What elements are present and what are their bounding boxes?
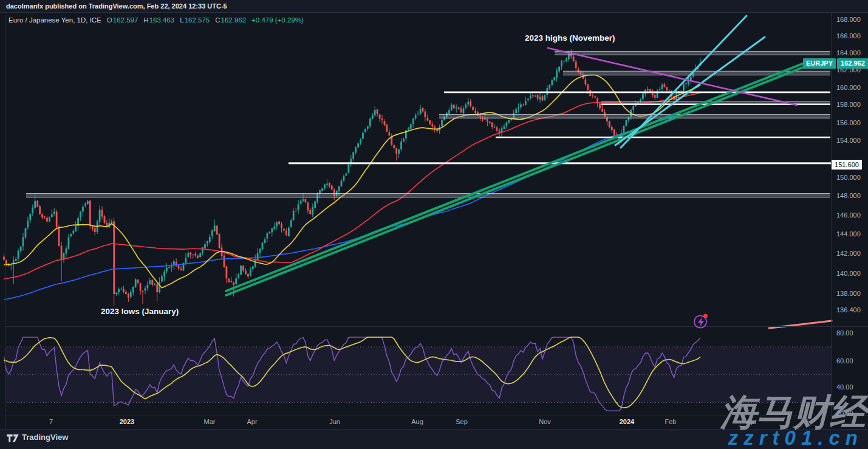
rsi-axis-label: 20.00 — [836, 410, 853, 417]
annotation-2023-lows: 2023 lows (January) — [101, 307, 179, 316]
level-151-flag: 151.600 — [832, 160, 862, 170]
rsi-axis-label: 80.00 — [836, 329, 853, 337]
price-axis-label: 158.000 — [836, 101, 861, 108]
chart-canvas[interactable] — [0, 0, 868, 449]
price-axis-label: 164.000 — [836, 49, 861, 57]
time-axis-label: 2024 — [613, 418, 640, 425]
attribution-text: dacolmanfx published on TradingView.com,… — [6, 2, 227, 10]
time-axis-label: 2023 — [114, 418, 140, 425]
time-axis-label: Mar — [196, 418, 223, 425]
time-axis-label: Apr — [239, 418, 265, 425]
price-axis-label: 156.000 — [836, 119, 861, 126]
rsi-axis-label: 60.00 — [836, 357, 853, 365]
ohlc-close: C162.962 — [215, 16, 246, 24]
tradingview-brand[interactable]: TradingView — [22, 433, 68, 442]
time-axis-label: Apr — [738, 418, 765, 425]
price-axis-label: 144.000 — [836, 230, 861, 238]
symbol-title[interactable]: Euro / Japanese Yen, 1D, ICE — [9, 16, 101, 24]
time-axis-label: Jun — [321, 418, 348, 425]
supply-zone-164[interactable] — [555, 51, 830, 55]
price-flag-symbol: EURJPY — [803, 58, 836, 69]
zone-148-1[interactable] — [26, 194, 830, 197]
time-axis-label: 7 — [38, 418, 64, 425]
price-axis-label: 142.000 — [836, 250, 861, 257]
tradingview-logo-icon[interactable] — [7, 433, 20, 444]
price-axis-label: 168.000 — [836, 16, 861, 23]
last-price-flag: EURJPY 162.962 — [803, 58, 868, 69]
price-axis-label: 150.000 — [836, 174, 861, 181]
symbol-legend[interactable]: Euro / Japanese Yen, 1D, ICE O162.597 H1… — [9, 16, 304, 24]
price-axis-label: 160.000 — [836, 84, 861, 91]
price-axis-label: 136.400 — [836, 306, 861, 314]
time-axis-label: Sep — [448, 418, 475, 425]
time-axis-label: Aug — [404, 418, 431, 425]
price-axis-label: 146.000 — [836, 211, 861, 219]
price-axis-label: 148.000 — [836, 192, 861, 199]
price-axis-label: 138.000 — [836, 290, 861, 297]
rsi-axis-label: 40.00 — [836, 383, 853, 391]
price-flag-value: 162.962 — [837, 58, 868, 69]
time-axis-label: Feb — [657, 418, 684, 425]
ohlc-low: L162.575 — [180, 16, 210, 24]
price-axis-label: 166.000 — [836, 32, 861, 39]
annotation-2023-highs: 2023 highs (November) — [525, 33, 615, 43]
ohlc-high: H163.463 — [143, 16, 174, 24]
change-value: +0.479 (+0.29%) — [251, 16, 304, 24]
price-axis-label: 154.000 — [836, 137, 861, 144]
price-axis-label: 140.000 — [836, 270, 861, 277]
zone-156-7[interactable] — [439, 114, 830, 118]
time-axis-label: Nov — [531, 418, 558, 425]
rsi-band — [5, 347, 831, 403]
ohlc-open: O162.597 — [107, 16, 138, 24]
attribution-bar: dacolmanfx published on TradingView.com,… — [0, 0, 868, 12]
